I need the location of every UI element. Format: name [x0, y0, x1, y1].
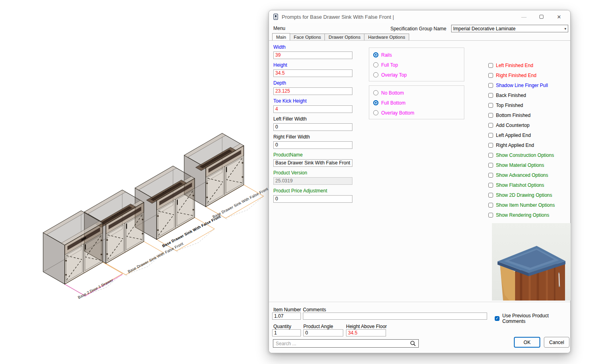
radio-full-bottom-label: Full Bottom	[381, 100, 406, 106]
checkbox-box[interactable]	[488, 103, 493, 108]
checkbox-label: Show Material Options	[496, 162, 544, 168]
checkbox-label: Shadow Line Finger Pull	[496, 83, 548, 88]
checkbox-shadow-line-finger-pull[interactable]: Shadow Line Finger Pull	[488, 80, 555, 90]
depth-label: Depth	[273, 80, 352, 86]
product-render	[492, 223, 571, 301]
checkbox-box[interactable]	[488, 163, 493, 168]
radio-overlay-bottom[interactable]: Overlay Bottom	[369, 108, 464, 118]
right-filler-width-input[interactable]	[273, 141, 352, 149]
checkbox-show-rendering-options[interactable]: Show Rendering Options	[488, 210, 555, 220]
checkbox-box[interactable]	[488, 173, 493, 178]
checkbox-box[interactable]	[488, 133, 493, 138]
use-previous-comments[interactable]: ✓ Use Previous Product Comments	[495, 313, 570, 324]
item-number-input[interactable]	[272, 313, 301, 320]
checkbox-box[interactable]	[488, 73, 493, 78]
checkbox-label: Left Applied End	[496, 133, 531, 138]
checkbox-show-item-number-options[interactable]: Show Item Number Options	[488, 200, 555, 210]
checkbox-box[interactable]	[488, 213, 493, 218]
tab-face-options[interactable]: Face Options	[290, 34, 325, 40]
use-previous-comments-checkbox[interactable]: ✓	[495, 316, 499, 321]
ok-button[interactable]: OK	[514, 337, 540, 348]
spec-group-dropdown[interactable]: Imperial Decorative Laminate ▾	[451, 25, 568, 32]
checkbox-back-finished[interactable]: Back Finished	[488, 90, 555, 100]
radio-overlay-top[interactable]: Overlay Top	[369, 70, 464, 80]
cad-viewport[interactable]: Base 2 Door 1 Drawer Base Drawer Sink Wi…	[0, 0, 269, 364]
comments-input[interactable]	[303, 313, 487, 320]
checkbox-box[interactable]	[488, 93, 493, 98]
radio-overlay-bottom-button[interactable]	[373, 110, 378, 115]
cabinet-label-1: Base 2 Door 1 Drawer	[77, 278, 114, 300]
radio-overlay-top-label: Overlay Top	[381, 72, 407, 78]
maximize-button[interactable]	[533, 11, 550, 23]
checkbox-box[interactable]	[488, 123, 493, 128]
tab-page-main: Width Height Depth Toe Kick Height Left …	[269, 40, 570, 302]
radio-rails-button[interactable]	[373, 52, 378, 57]
tab-drawer-options[interactable]: Drawer Options	[324, 34, 364, 40]
checkbox-bottom-finished[interactable]: Bottom Finished	[488, 110, 555, 120]
checkbox-box[interactable]	[488, 143, 493, 148]
product-angle-input[interactable]	[303, 329, 343, 336]
checkbox-top-finished[interactable]: Top Finished	[488, 100, 555, 110]
checkbox-right-applied-end[interactable]: Right Applied End	[488, 140, 555, 150]
radio-full-bottom[interactable]: Full Bottom	[369, 98, 464, 108]
tab-main[interactable]: Main	[272, 33, 290, 40]
checkbox-box[interactable]	[488, 203, 493, 208]
use-previous-comments-label: Use Previous Product Comments	[502, 313, 570, 324]
radio-overlay-bottom-label: Overlay Bottom	[381, 110, 414, 116]
checkbox-box[interactable]	[488, 183, 493, 188]
left-filler-width-input[interactable]	[273, 123, 352, 131]
spec-group-value: Imperial Decorative Laminate	[453, 26, 515, 32]
radio-no-bottom-button[interactable]	[373, 90, 378, 95]
search-icon[interactable]	[410, 340, 416, 346]
title-bar[interactable]: Prompts for Base Drawer Sink With False …	[269, 10, 570, 23]
minimize-button[interactable]: —	[515, 11, 533, 23]
check-icon: ✓	[496, 317, 499, 320]
checkbox-box[interactable]	[488, 193, 493, 198]
maximize-icon	[539, 15, 543, 19]
radio-rails-label: Rails	[381, 52, 392, 58]
checkbox-left-finished-end[interactable]: Left Finished End	[488, 60, 555, 70]
radio-overlay-top-button[interactable]	[373, 72, 378, 77]
width-input[interactable]	[273, 51, 352, 59]
toe-kick-height-input[interactable]	[273, 105, 352, 113]
width-label: Width	[273, 44, 352, 50]
product-price-adjustment-input[interactable]	[273, 195, 352, 203]
product-name-input[interactable]	[273, 159, 352, 167]
quantity-label: Quantity	[273, 324, 291, 329]
cancel-button[interactable]: Cancel	[544, 337, 569, 348]
checkbox-left-applied-end[interactable]: Left Applied End	[488, 130, 555, 140]
field-toe-kick-height: Toe Kick Height	[273, 98, 352, 113]
search-box[interactable]	[273, 339, 419, 348]
checkbox-box[interactable]	[488, 153, 493, 158]
radio-rails[interactable]: Rails	[369, 50, 464, 60]
toe-kick-height-label: Toe Kick Height	[273, 98, 352, 104]
checkbox-box[interactable]	[488, 83, 493, 88]
checkbox-box[interactable]	[488, 63, 493, 68]
radio-full-bottom-button[interactable]	[373, 100, 378, 105]
menu-button[interactable]: Menu	[273, 26, 285, 31]
checkbox-add-countertop[interactable]: Add Countertop	[488, 120, 555, 130]
chevron-down-icon: ▾	[564, 27, 566, 31]
height-above-floor-input[interactable]	[346, 329, 386, 336]
field-width: Width	[273, 44, 352, 59]
product-price-adjustment-label: Product Price Adjustment	[273, 188, 352, 194]
checkbox-show-flatshot-options[interactable]: Show Flatshot Options	[488, 180, 555, 190]
radio-full-top[interactable]: Full Top	[369, 60, 464, 70]
checkbox-show-construction-options[interactable]: Show Construction Options	[488, 150, 555, 160]
radio-no-bottom[interactable]: No Bottom	[369, 88, 464, 98]
close-button[interactable]: ✕	[550, 11, 568, 23]
height-input[interactable]	[273, 69, 352, 77]
checkbox-show-material-options[interactable]: Show Material Options	[488, 160, 555, 170]
quantity-input[interactable]	[272, 329, 301, 336]
checkbox-box[interactable]	[488, 113, 493, 118]
spec-group-label: Specification Group Name	[390, 26, 446, 32]
checkbox-show-advanced-options[interactable]: Show Advanced Options	[488, 170, 555, 180]
cabinet-drawing[interactable]: Base 2 Door 1 Drawer Base Drawer Sink Wi…	[0, 0, 269, 364]
radio-full-top-button[interactable]	[373, 62, 378, 67]
search-input[interactable]	[273, 341, 410, 346]
tab-hardware-options[interactable]: Hardware Options	[364, 34, 409, 40]
checkbox-show-2d-drawing-options[interactable]: Show 2D Drawing Options	[488, 190, 555, 200]
depth-input[interactable]	[273, 87, 352, 95]
checkbox-right-finished-end[interactable]: Right Finished End	[488, 70, 555, 80]
cabinet-geometry[interactable]	[43, 133, 264, 297]
